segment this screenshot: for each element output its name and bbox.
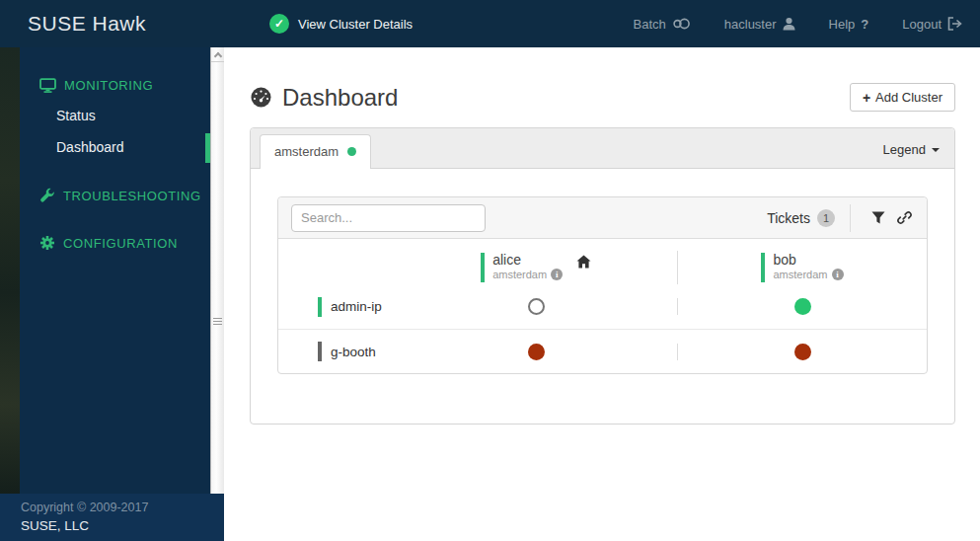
chain-link-icon xyxy=(897,210,912,225)
sidebar-scrollbar[interactable] xyxy=(210,47,224,494)
company-name: SUSE, LLC xyxy=(21,516,224,535)
add-cluster-label: Add Cluster xyxy=(875,90,942,105)
monitor-icon xyxy=(39,78,56,93)
sidebar-section-label: TROUBLESHOOTING xyxy=(63,189,201,203)
sidebar-section-troubleshooting[interactable]: TROUBLESHOOTING xyxy=(20,181,210,210)
grid-header-row: alice amsterdam i xyxy=(278,239,927,284)
copyright-text: Copyright © 2009-2017 xyxy=(21,500,224,516)
resource-status-bar xyxy=(318,297,322,317)
page-header: Dashboard + Add Cluster xyxy=(250,83,955,112)
cluster-panel-body: Tickets 1 xyxy=(251,169,954,424)
sidebar-item-label: Status xyxy=(56,108,96,123)
sidebar: MONITORING Status Dashboard TROUBLESHOOT… xyxy=(0,47,224,494)
status-cell-g-booth-alice xyxy=(395,344,677,360)
status-circle-running[interactable] xyxy=(794,298,811,315)
background-image-strip xyxy=(0,47,20,494)
grid-corner-cell xyxy=(278,251,395,284)
batch-toggle-icon xyxy=(672,17,691,31)
help-button[interactable]: Help ? xyxy=(829,17,869,32)
filter-button[interactable] xyxy=(866,205,891,231)
node-header-bob: bob amsterdam i xyxy=(677,251,927,284)
username-label: hacluster xyxy=(724,17,777,32)
add-cluster-button[interactable]: + Add Cluster xyxy=(850,83,955,112)
plus-icon: + xyxy=(863,90,870,106)
home-dc-icon xyxy=(576,255,591,269)
status-grid: alice amsterdam i xyxy=(278,239,927,373)
user-icon xyxy=(783,17,795,31)
question-icon: ? xyxy=(861,17,868,32)
user-menu[interactable]: hacluster xyxy=(724,17,795,32)
resource-name: admin-ip xyxy=(331,299,382,314)
cluster-panel: amsterdam Legend Tickets 1 xyxy=(250,127,955,425)
sidebar-menu: MONITORING Status Dashboard TROUBLESHOOT… xyxy=(20,47,210,494)
tab-label: amsterdam xyxy=(274,144,339,159)
status-cell-g-booth-bob xyxy=(677,344,927,360)
sidebar-section-configuration[interactable]: CONFIGURATION xyxy=(20,228,210,258)
node-status-bar xyxy=(761,253,765,282)
sidebar-section-monitoring[interactable]: MONITORING xyxy=(20,71,210,100)
chevron-up-icon xyxy=(213,51,221,59)
resource-label-cell: g-booth xyxy=(278,342,395,361)
funnel-icon xyxy=(871,211,885,224)
help-label: Help xyxy=(829,17,856,32)
gear-icon xyxy=(39,235,55,251)
status-circle-failed[interactable] xyxy=(794,344,811,360)
resource-label-cell: admin-ip xyxy=(278,297,395,317)
toolbar-right: Tickets 1 xyxy=(767,204,917,232)
node-name[interactable]: bob xyxy=(773,253,843,268)
page-title: Dashboard xyxy=(250,84,398,112)
legend-label: Legend xyxy=(883,142,926,157)
resize-grip-handle[interactable] xyxy=(213,316,222,327)
cluster-ok-check-icon: ✓ xyxy=(269,14,289,34)
status-circle-failed[interactable] xyxy=(528,344,545,360)
info-icon[interactable]: i xyxy=(832,269,844,280)
scroll-up-button[interactable] xyxy=(211,47,224,62)
resources-panel: Tickets 1 xyxy=(277,196,928,374)
sidebar-footer: Copyright © 2009-2017 SUSE, LLC xyxy=(0,494,224,541)
view-cluster-details-label: View Cluster Details xyxy=(298,17,413,32)
resource-status-bar xyxy=(318,342,322,361)
node-header-alice: alice amsterdam i xyxy=(395,251,677,284)
sidebar-item-dashboard[interactable]: Dashboard xyxy=(20,131,210,163)
navbar-links: Batch hacluster Help ? Logout xyxy=(600,17,962,32)
logout-button[interactable]: Logout xyxy=(902,17,962,32)
cluster-online-dot xyxy=(347,147,356,156)
link-button[interactable] xyxy=(891,205,917,231)
resource-name: g-booth xyxy=(331,345,376,359)
tickets-count-badge: 1 xyxy=(817,209,835,227)
info-icon[interactable]: i xyxy=(551,269,563,280)
status-cell-admin-ip-bob xyxy=(677,298,927,315)
search-input[interactable] xyxy=(291,204,486,232)
sidebar-item-status[interactable]: Status xyxy=(20,100,210,131)
sidebar-section-label: MONITORING xyxy=(64,78,153,93)
status-cell-admin-ip-alice xyxy=(395,298,677,315)
batch-label: Batch xyxy=(634,17,666,32)
tab-amsterdam[interactable]: amsterdam xyxy=(260,134,371,169)
resources-toolbar: Tickets 1 xyxy=(278,197,927,239)
toolbar-divider xyxy=(850,204,851,232)
resource-row-g-booth: g-booth xyxy=(278,329,927,373)
batch-button[interactable]: Batch xyxy=(634,17,691,32)
logout-label: Logout xyxy=(902,17,942,32)
view-cluster-details-link[interactable]: ✓ View Cluster Details xyxy=(269,14,413,34)
page-title-text: Dashboard xyxy=(282,84,398,112)
dashboard-gauge-icon xyxy=(250,86,272,109)
node-status-bar xyxy=(481,253,485,282)
node-cluster-name: amsterdam xyxy=(492,268,547,281)
main-content: Dashboard + Add Cluster amsterdam Legend xyxy=(224,47,980,541)
top-navbar: SUSE Hawk ✓ View Cluster Details Batch h… xyxy=(0,0,980,47)
node-name[interactable]: alice xyxy=(492,253,563,268)
node-cluster-name: amsterdam xyxy=(773,268,827,281)
sidebar-section-label: CONFIGURATION xyxy=(63,236,178,251)
status-circle-not-running[interactable] xyxy=(528,298,545,315)
resource-row-admin-ip: admin-ip xyxy=(278,284,927,329)
tickets-label: Tickets xyxy=(767,210,810,226)
caret-down-icon xyxy=(932,148,940,152)
app-logo[interactable]: SUSE Hawk xyxy=(28,12,146,36)
legend-dropdown[interactable]: Legend xyxy=(883,142,940,157)
sidebar-item-label: Dashboard xyxy=(56,139,124,155)
cluster-tab-bar: amsterdam Legend xyxy=(251,128,954,169)
wrench-icon xyxy=(39,188,55,203)
logout-icon xyxy=(947,17,962,31)
